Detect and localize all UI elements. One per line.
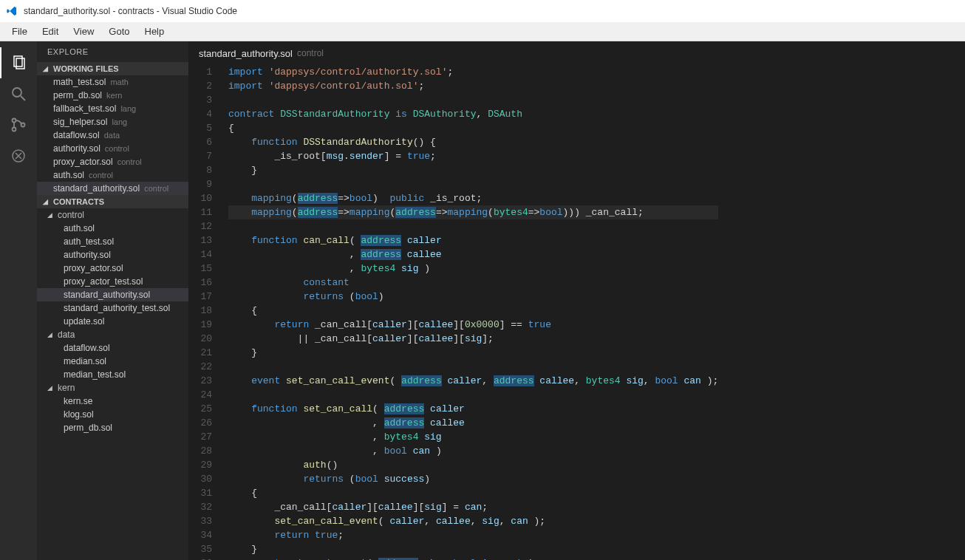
sidebar-panel-title: EXPLORE	[37, 41, 188, 62]
file-folder: control	[144, 184, 168, 193]
file-name: standard_authority_test.sol	[64, 303, 170, 313]
menu-help[interactable]: Help	[137, 24, 172, 38]
file-folder: math	[110, 78, 128, 86]
breadcrumb-folder: control	[297, 48, 324, 58]
file-name: standard_authority.sol	[64, 290, 150, 300]
menu-file[interactable]: File	[4, 24, 35, 38]
file-folder: control	[117, 157, 142, 166]
line-gutter: 1234567891011121314151617181920212223242…	[188, 65, 221, 560]
tree-file[interactable]: authority.sol	[37, 248, 188, 262]
activity-search-icon[interactable]	[0, 78, 37, 109]
folder-item[interactable]: ◢control	[37, 208, 188, 222]
tree-file[interactable]: median_test.sol	[37, 368, 188, 381]
file-name: auth.sol	[53, 170, 84, 180]
working-file[interactable]: fallback_test.sollang	[37, 102, 188, 115]
contracts-header[interactable]: ◢ CONTRACTS	[37, 195, 188, 208]
file-name: klog.sol	[64, 409, 94, 420]
breadcrumb-file: standard_authority.sol	[199, 48, 293, 59]
file-name: proxy_actor.sol	[64, 263, 123, 273]
code-content[interactable]: import 'dappsys/control/authority.sol';i…	[221, 65, 726, 560]
folder-name: data	[58, 329, 75, 340]
file-name: median.sol	[64, 356, 106, 366]
activity-explorer-icon[interactable]	[0, 47, 37, 78]
tree-file[interactable]: median.sol	[37, 355, 188, 368]
file-name: perm_db.sol	[53, 90, 102, 100]
code-editor[interactable]: 1234567891011121314151617181920212223242…	[188, 65, 965, 560]
menu-goto[interactable]: Goto	[101, 24, 137, 38]
tree-file[interactable]: perm_db.sol	[37, 421, 188, 434]
vscode-icon	[6, 5, 18, 17]
folder-name: kern	[58, 383, 75, 393]
tree-file[interactable]: update.sol	[37, 315, 188, 328]
working-file[interactable]: proxy_actor.solcontrol	[37, 155, 188, 168]
svg-point-5	[13, 128, 16, 132]
file-name: math_test.sol	[53, 77, 106, 87]
chevron-down-icon: ◢	[47, 211, 55, 219]
file-name: perm_db.sol	[64, 423, 112, 433]
file-name: proxy_actor_test.sol	[64, 276, 143, 287]
activity-debug-icon[interactable]	[0, 140, 37, 171]
working-file[interactable]: auth.solcontrol	[37, 168, 188, 182]
file-name: auth.sol	[64, 223, 95, 233]
working-file[interactable]: perm_db.solkern	[37, 89, 188, 102]
file-name: authority.sol	[64, 250, 111, 260]
file-name: sig_helper.sol	[53, 117, 107, 127]
file-name: dataflow.sol	[53, 130, 100, 140]
chevron-down-icon: ◢	[43, 198, 50, 205]
chevron-down-icon: ◢	[47, 384, 55, 392]
tree-file[interactable]: kern.se	[37, 395, 188, 408]
file-folder: lang	[112, 117, 127, 126]
working-file[interactable]: standard_authority.solcontrol	[37, 182, 188, 195]
file-name: standard_authority.sol	[53, 183, 140, 194]
tree-file[interactable]: dataflow.sol	[37, 341, 188, 355]
window-title: standard_authority.sol - contracts - Vis…	[24, 6, 237, 16]
file-name: authority.sol	[53, 143, 100, 154]
file-name: kern.se	[64, 396, 92, 406]
tree-file[interactable]: standard_authority.sol	[37, 288, 188, 301]
file-folder: kern	[106, 91, 122, 100]
chevron-down-icon: ◢	[43, 65, 50, 72]
editor: standard_authority.sol control 123456789…	[188, 41, 965, 560]
working-file[interactable]: math_test.solmath	[37, 75, 188, 89]
svg-point-4	[13, 119, 16, 123]
working-file[interactable]: dataflow.soldata	[37, 129, 188, 142]
svg-rect-1	[16, 58, 24, 69]
tree-file[interactable]: proxy_actor_test.sol	[37, 275, 188, 288]
svg-line-3	[21, 96, 25, 100]
activity-git-icon[interactable]	[0, 109, 37, 140]
folder-name: control	[58, 210, 84, 220]
menu-edit[interactable]: Edit	[35, 24, 66, 38]
file-folder: data	[104, 131, 120, 140]
folder-item[interactable]: ◢kern	[37, 381, 188, 395]
file-name: auth_test.sol	[64, 236, 114, 247]
working-file[interactable]: authority.solcontrol	[37, 142, 188, 155]
tree-file[interactable]: auth_test.sol	[37, 235, 188, 248]
contracts-label: CONTRACTS	[53, 197, 104, 206]
file-name: dataflow.sol	[64, 343, 110, 353]
tree-file[interactable]: standard_authority_test.sol	[37, 301, 188, 315]
svg-point-2	[13, 88, 21, 97]
svg-rect-0	[14, 56, 22, 66]
file-name: update.sol	[64, 316, 104, 327]
breadcrumb: standard_authority.sol control	[188, 41, 965, 65]
working-file[interactable]: sig_helper.sollang	[37, 115, 188, 129]
file-name: proxy_actor.sol	[53, 157, 113, 167]
chevron-down-icon: ◢	[47, 331, 55, 338]
menu-bar: FileEditViewGotoHelp	[0, 22, 965, 41]
tree-file[interactable]: klog.sol	[37, 408, 188, 421]
title-bar: standard_authority.sol - contracts - Vis…	[0, 0, 965, 22]
contracts-tree: ◢controlauth.solauth_test.solauthority.s…	[37, 208, 188, 434]
tree-file[interactable]: proxy_actor.sol	[37, 262, 188, 275]
file-folder: lang	[120, 104, 136, 113]
activity-bar	[0, 41, 37, 560]
file-name: fallback_test.sol	[53, 103, 116, 114]
file-folder: control	[89, 171, 113, 180]
working-files-list: math_test.solmathperm_db.solkernfallback…	[37, 75, 188, 195]
folder-item[interactable]: ◢data	[37, 328, 188, 341]
working-files-label: WORKING FILES	[53, 64, 119, 73]
file-name: median_test.sol	[64, 369, 126, 380]
tree-file[interactable]: auth.sol	[37, 222, 188, 235]
file-folder: control	[105, 144, 129, 153]
menu-view[interactable]: View	[66, 24, 101, 38]
working-files-header[interactable]: ◢ WORKING FILES	[37, 62, 188, 75]
